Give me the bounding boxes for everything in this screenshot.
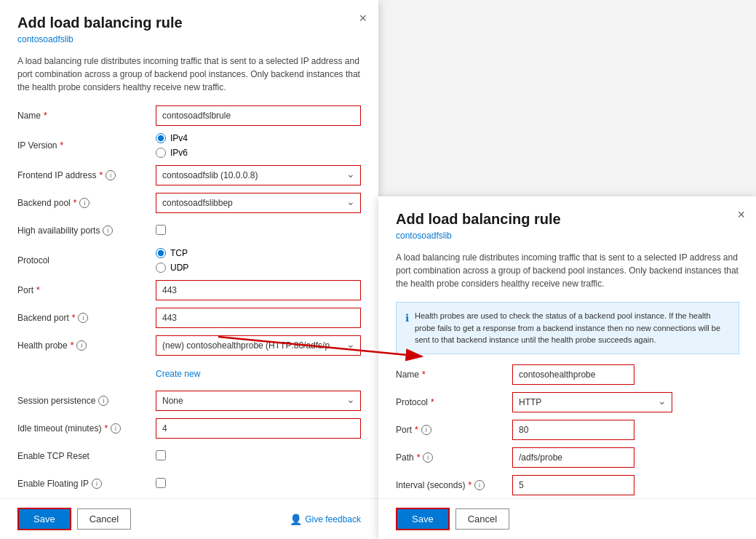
right-interval-info-icon[interactable]: i xyxy=(474,480,485,490)
session-persistence-label: Session persistence i xyxy=(17,396,156,406)
health-probe-select[interactable]: (new) contosohealthprobe (HTTP:80/adfs/p… xyxy=(156,335,361,356)
right-panel-close-button[interactable]: × xyxy=(737,208,745,221)
name-label: Name * xyxy=(17,111,156,121)
tcp-reset-control xyxy=(156,450,361,463)
idle-timeout-row: Idle timeout (minutes) * i xyxy=(17,418,361,439)
frontend-ip-row: Frontend IP address * i contosoadfslib (… xyxy=(17,165,361,185)
ipv4-radio[interactable] xyxy=(156,133,166,143)
left-cancel-button[interactable]: Cancel xyxy=(77,508,131,530)
protocol-label: Protocol xyxy=(17,255,156,265)
left-panel: × Add load balancing rule contosoadfslib… xyxy=(0,0,378,539)
right-panel-subtitle: contosoadfslib xyxy=(396,231,739,241)
ipv4-label: IPv4 xyxy=(170,133,188,143)
feedback-label: Give feedback xyxy=(305,514,361,524)
backend-port-info-icon[interactable]: i xyxy=(78,313,88,323)
session-persistence-info-icon[interactable]: i xyxy=(98,396,108,406)
udp-option[interactable]: UDP xyxy=(156,263,361,273)
tcp-label: TCP xyxy=(170,248,188,258)
right-path-label: Path * i xyxy=(396,452,512,463)
feedback-link[interactable]: 👤 Give feedback xyxy=(290,514,361,525)
port-label: Port * xyxy=(17,285,156,295)
right-path-input[interactable] xyxy=(512,447,634,468)
high-avail-control xyxy=(156,225,361,237)
right-panel-footer: Save Cancel xyxy=(378,498,756,539)
backend-pool-select-wrapper: contosoadfslibbep xyxy=(156,193,361,213)
high-avail-label: High availability ports i xyxy=(17,225,156,236)
high-avail-checkbox[interactable] xyxy=(156,225,166,235)
backend-port-label: Backend port * i xyxy=(17,313,156,323)
right-cancel-button[interactable]: Cancel xyxy=(455,508,509,530)
tcp-radio[interactable] xyxy=(156,248,166,258)
right-name-input[interactable] xyxy=(512,364,634,385)
port-row: Port * xyxy=(17,280,361,300)
info-box: ℹ Health probes are used to check the st… xyxy=(396,302,739,354)
floating-ip-info-icon[interactable]: i xyxy=(92,479,102,489)
frontend-ip-control: contosoadfslib (10.0.0.8) xyxy=(156,165,361,185)
create-new-row: Create new xyxy=(17,363,361,383)
session-persistence-control: None xyxy=(156,391,361,411)
tcp-option[interactable]: TCP xyxy=(156,248,361,258)
health-probe-info-icon[interactable]: i xyxy=(76,340,87,351)
ipv4-option[interactable]: IPv4 xyxy=(156,133,361,143)
left-panel-subtitle: contosoadfslib xyxy=(17,34,361,44)
name-row: Name * xyxy=(17,105,361,126)
left-panel-footer: Save Cancel 👤 Give feedback xyxy=(0,498,378,539)
right-interval-control xyxy=(512,475,634,495)
name-input[interactable] xyxy=(156,105,361,126)
session-persistence-select[interactable]: None xyxy=(156,391,361,411)
backend-port-input[interactable] xyxy=(156,308,361,328)
backend-port-row: Backend port * i xyxy=(17,308,361,328)
health-probe-label: Health probe * i xyxy=(17,340,156,351)
right-panel: × Add load balancing rule contosoadfslib… xyxy=(378,196,756,539)
right-protocol-select[interactable]: HTTP xyxy=(512,392,672,412)
tcp-reset-row: Enable TCP Reset xyxy=(17,446,361,466)
frontend-ip-label: Frontend IP address * i xyxy=(17,170,156,180)
frontend-ip-select[interactable]: contosoadfslib (10.0.0.8) xyxy=(156,165,361,185)
tcp-reset-label: Enable TCP Reset xyxy=(17,451,156,461)
right-interval-input[interactable] xyxy=(512,475,634,495)
right-path-row: Path * i xyxy=(396,447,739,468)
port-input[interactable] xyxy=(156,280,361,300)
ipv6-radio[interactable] xyxy=(156,148,166,158)
backend-pool-info-icon[interactable]: i xyxy=(79,198,89,208)
backend-pool-select[interactable]: contosoadfslibbep xyxy=(156,193,361,213)
right-protocol-row: Protocol * HTTP xyxy=(396,392,739,412)
right-path-info-icon[interactable]: i xyxy=(423,452,433,463)
right-name-control xyxy=(512,364,634,385)
left-panel-title: Add load balancing rule xyxy=(17,15,361,31)
right-protocol-control: HTTP xyxy=(512,392,672,412)
right-panel-description: A load balancing rule distributes incomi… xyxy=(396,251,739,290)
port-control xyxy=(156,280,361,300)
right-name-row: Name * xyxy=(396,364,739,385)
udp-radio[interactable] xyxy=(156,263,166,273)
idle-timeout-control xyxy=(156,418,361,439)
create-new-button[interactable]: Create new xyxy=(156,369,200,379)
protocol-row: Protocol TCP UDP xyxy=(17,248,361,273)
backend-pool-row: Backend pool * i contosoadfslibbep xyxy=(17,193,361,213)
ip-version-label: IP Version * xyxy=(17,140,156,151)
right-panel-title: Add load balancing rule xyxy=(396,211,739,228)
ipv6-option[interactable]: IPv6 xyxy=(156,148,361,158)
tcp-reset-checkbox[interactable] xyxy=(156,450,166,460)
idle-timeout-info-icon[interactable]: i xyxy=(111,423,121,434)
idle-timeout-input[interactable] xyxy=(156,418,361,439)
session-persistence-row: Session persistence i None xyxy=(17,391,361,411)
ipv6-label: IPv6 xyxy=(170,148,188,158)
left-save-button[interactable]: Save xyxy=(17,508,71,530)
backend-pool-label: Backend pool * i xyxy=(17,198,156,208)
frontend-ip-info-icon[interactable]: i xyxy=(106,170,116,180)
left-panel-close-button[interactable]: × xyxy=(359,12,367,25)
udp-label: UDP xyxy=(170,263,188,273)
floating-ip-control xyxy=(156,478,361,490)
session-persistence-select-wrapper: None xyxy=(156,391,361,411)
right-name-label: Name * xyxy=(396,370,512,380)
right-save-button[interactable]: Save xyxy=(396,508,450,530)
info-box-icon: ℹ xyxy=(405,311,409,346)
ip-version-control: IPv4 IPv6 xyxy=(156,133,361,158)
left-panel-description: A load balancing rule distributes incomi… xyxy=(17,55,361,94)
floating-ip-checkbox[interactable] xyxy=(156,478,166,488)
idle-timeout-label: Idle timeout (minutes) * i xyxy=(17,423,156,434)
right-port-info-icon[interactable]: i xyxy=(421,425,431,435)
high-avail-info-icon[interactable]: i xyxy=(103,225,113,236)
right-port-input[interactable] xyxy=(512,420,634,440)
